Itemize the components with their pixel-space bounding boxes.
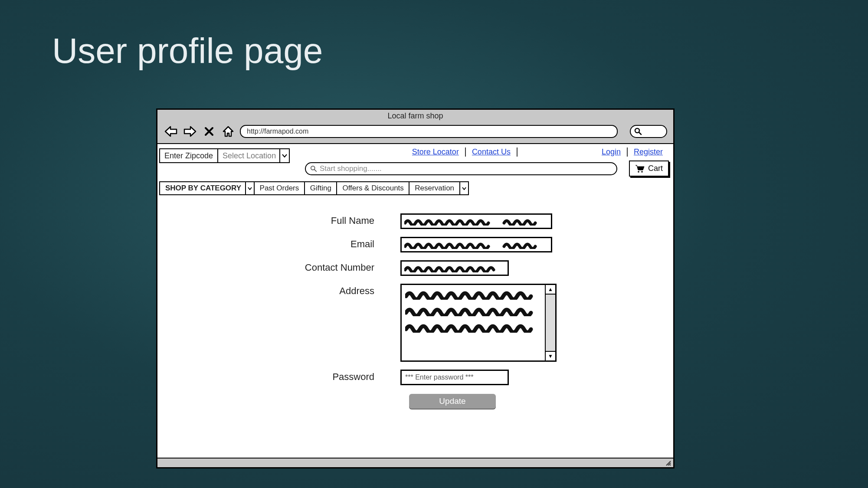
contact-us-link[interactable]: Contact Us xyxy=(466,147,518,157)
scroll-down-icon[interactable]: ▼ xyxy=(546,351,555,360)
resize-grip-icon[interactable] xyxy=(665,459,671,466)
squiggle-placeholder-icon xyxy=(405,306,535,316)
contact-field[interactable] xyxy=(400,260,509,276)
profile-form: Full Name Email Contac xyxy=(157,213,673,409)
squiggle-placeholder-icon xyxy=(405,322,535,333)
contact-label: Contact Number xyxy=(157,260,400,273)
page-content: Enter Zipcode Select Location Store Loca… xyxy=(157,144,673,458)
home-icon[interactable] xyxy=(221,124,236,139)
status-bar xyxy=(157,458,673,467)
top-links: Store Locator Contact Us Login Register xyxy=(406,147,669,157)
address-row: Address ▲ ▼ xyxy=(157,284,673,362)
address-content xyxy=(402,285,545,360)
svg-point-4 xyxy=(638,171,639,173)
email-field[interactable] xyxy=(400,237,552,252)
store-locator-link[interactable]: Store Locator xyxy=(406,147,466,157)
tab-shop-by-category[interactable]: SHOP BY CATEGORY xyxy=(159,181,247,195)
squiggle-placeholder-icon xyxy=(404,240,547,249)
cart-button[interactable]: Cart xyxy=(629,160,669,177)
cart-icon xyxy=(635,165,645,173)
contact-row: Contact Number xyxy=(157,260,673,276)
top-controls: Enter Zipcode Select Location Store Loca… xyxy=(157,144,673,192)
forward-icon[interactable] xyxy=(183,124,197,139)
browser-nav-row: http://farmapod.com xyxy=(157,121,673,143)
scroll-up-icon[interactable]: ▲ xyxy=(546,285,555,295)
update-button[interactable]: Update xyxy=(409,394,496,409)
email-label: Email xyxy=(157,237,400,250)
slide-title: User profile page xyxy=(52,30,323,71)
stop-icon[interactable] xyxy=(202,124,216,139)
search-icon xyxy=(310,165,317,172)
address-scrollbar[interactable]: ▲ ▼ xyxy=(545,285,555,360)
svg-point-5 xyxy=(641,171,643,173)
browser-chrome: Local farm shop http://farmapod.com xyxy=(157,110,673,144)
full-name-row: Full Name xyxy=(157,213,673,229)
zipcode-input[interactable]: Enter Zipcode xyxy=(159,148,218,163)
nav-tabs: SHOP BY CATEGORY Past Orders Gifting Off… xyxy=(159,181,468,195)
full-name-field[interactable] xyxy=(400,213,552,229)
browser-search-pill[interactable] xyxy=(630,125,667,138)
full-name-label: Full Name xyxy=(157,213,400,226)
tab-offers-discounts[interactable]: Offers & Discounts xyxy=(336,181,409,195)
register-link[interactable]: Register xyxy=(628,147,669,157)
window-title: Local farm shop xyxy=(157,110,673,121)
search-input[interactable]: Start shopping....... xyxy=(305,162,617,175)
password-row: Password *** Enter password *** xyxy=(157,370,673,385)
login-link[interactable]: Login xyxy=(596,147,628,157)
zip-location-group: Enter Zipcode Select Location xyxy=(159,148,290,163)
location-dropdown-caret[interactable] xyxy=(280,148,290,163)
cart-label: Cart xyxy=(648,164,663,173)
password-label: Password xyxy=(157,370,400,383)
search-placeholder: Start shopping....... xyxy=(320,164,382,173)
squiggle-placeholder-icon xyxy=(404,264,504,272)
squiggle-placeholder-icon xyxy=(405,289,535,300)
address-field[interactable]: ▲ ▼ xyxy=(400,284,557,362)
squiggle-placeholder-icon xyxy=(404,217,547,226)
svg-line-1 xyxy=(639,132,641,134)
browser-window: Local farm shop http://farmapod.com En xyxy=(156,108,675,468)
tab-reservation[interactable]: Reservation xyxy=(409,181,460,195)
back-icon[interactable] xyxy=(164,124,178,139)
address-label: Address xyxy=(157,284,400,297)
svg-line-3 xyxy=(314,170,316,171)
tab-past-orders[interactable]: Past Orders xyxy=(254,181,305,195)
url-bar[interactable]: http://farmapod.com xyxy=(240,125,618,138)
search-icon xyxy=(634,128,642,135)
tab-gifting[interactable]: Gifting xyxy=(304,181,337,195)
email-row: Email xyxy=(157,237,673,252)
password-field[interactable]: *** Enter password *** xyxy=(400,370,509,385)
location-select[interactable]: Select Location xyxy=(218,148,280,163)
reservation-caret[interactable] xyxy=(459,181,469,195)
